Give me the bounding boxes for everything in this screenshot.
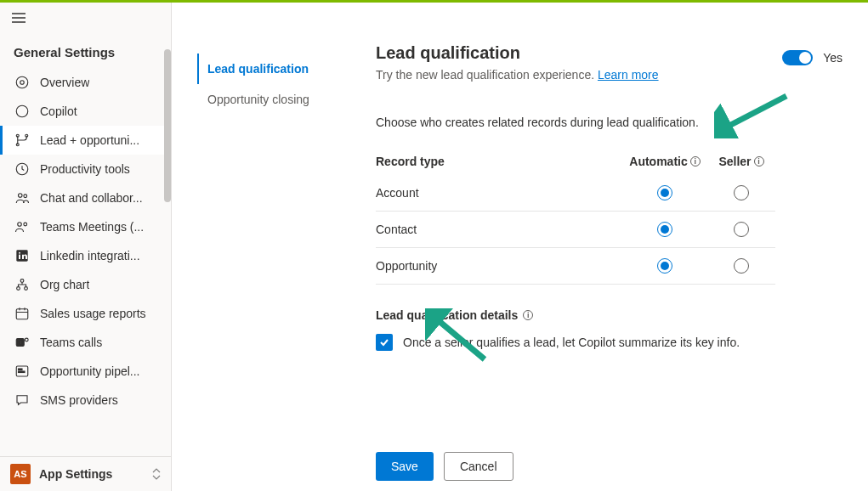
svg-point-17: [20, 279, 24, 283]
info-icon[interactable]: i: [523, 310, 533, 320]
app-settings-switcher[interactable]: AS App Settings: [0, 456, 171, 491]
linkedin-icon: [14, 248, 30, 263]
svg-text:T: T: [19, 339, 22, 345]
svg-rect-20: [16, 309, 28, 319]
nav-label: Teams calls: [40, 336, 102, 349]
row-label: Contact: [376, 223, 622, 236]
svg-point-23: [25, 338, 28, 341]
col-seller: Selleri: [707, 155, 775, 168]
sidebar-nav: Overview Copilot Lead + opportuni... Pro…: [0, 68, 171, 456]
subnav-lead-qualification[interactable]: Lead qualification: [197, 54, 350, 84]
svg-point-16: [19, 252, 20, 254]
nav-org-chart[interactable]: Org chart: [0, 270, 171, 299]
calendar-icon: [14, 306, 30, 321]
radio-account-auto[interactable]: [657, 185, 672, 200]
subtitle-text: Try the new lead qualification experienc…: [376, 68, 598, 82]
org-icon: [14, 277, 30, 292]
hamburger-icon[interactable]: [0, 3, 171, 35]
main-content: Lead qualification Try the new lead qual…: [359, 3, 868, 491]
radio-contact-auto[interactable]: [657, 222, 672, 237]
toggle-label: Yes: [823, 51, 842, 65]
nav-sales-reports[interactable]: Sales usage reports: [0, 299, 171, 328]
nav-label: Productivity tools: [40, 162, 130, 176]
subnav: Lead qualification Opportunity closing: [172, 3, 359, 491]
checkbox-label: Once a seller qualifies a lead, let Copi…: [403, 336, 740, 349]
nav-linkedin[interactable]: Linkedin integrati...: [0, 241, 171, 270]
radio-contact-seller[interactable]: [734, 222, 749, 237]
app-settings-badge: AS: [10, 464, 31, 484]
row-label: Account: [376, 186, 622, 200]
svg-point-5: [16, 105, 28, 117]
svg-point-18: [17, 287, 20, 291]
copilot-summary-checkbox[interactable]: [376, 334, 393, 351]
branch-icon: [14, 133, 30, 148]
row-contact: Contact: [376, 212, 775, 248]
nav-sms[interactable]: SMS providers: [0, 386, 171, 415]
radio-opportunity-auto[interactable]: [657, 258, 672, 274]
nav-lead-opportunity[interactable]: Lead + opportuni...: [0, 126, 171, 155]
row-opportunity: Opportunity: [376, 248, 775, 285]
page-title: Lead qualification: [376, 43, 659, 63]
sidebar: General Settings Overview Copilot Lead +…: [0, 3, 172, 491]
sidebar-scrollbar[interactable]: [164, 49, 171, 202]
nav-teams-calls[interactable]: T Teams calls: [0, 328, 171, 357]
app-settings-label: App Settings: [39, 467, 144, 481]
nav-overview[interactable]: Overview: [0, 68, 171, 97]
subnav-label: Opportunity closing: [207, 93, 309, 106]
record-type-table: Record type Automatici Selleri Account C…: [376, 148, 775, 285]
nav-chat-collab[interactable]: Chat and collabor...: [0, 183, 171, 212]
svg-point-19: [25, 287, 28, 291]
svg-rect-26: [19, 371, 26, 373]
nav-label: Chat and collabor...: [40, 191, 143, 205]
svg-point-11: [24, 195, 27, 198]
clock-icon: [14, 161, 30, 177]
chat-icon: [14, 392, 30, 408]
nav-opportunity-pipeline[interactable]: Opportunity pipel...: [0, 357, 171, 386]
row-label: Opportunity: [376, 259, 622, 273]
sidebar-title: General Settings: [0, 35, 171, 68]
copilot-icon: [14, 104, 30, 119]
eye-icon: [14, 75, 30, 90]
svg-point-12: [18, 223, 22, 227]
nav-label: Copilot: [40, 104, 77, 118]
nav-copilot[interactable]: Copilot: [0, 97, 171, 126]
subnav-opportunity-closing[interactable]: Opportunity closing: [197, 84, 350, 115]
experience-toggle[interactable]: [782, 50, 813, 65]
row-account: Account: [376, 175, 775, 212]
learn-more-link[interactable]: Learn more: [598, 68, 659, 82]
people-icon: [14, 190, 30, 206]
svg-rect-15: [19, 255, 20, 259]
col-record-type: Record type: [376, 155, 622, 168]
save-button[interactable]: Save: [376, 452, 434, 481]
nav-productivity[interactable]: Productivity tools: [0, 155, 171, 183]
nav-label: Sales usage reports: [40, 307, 146, 320]
page-subtitle: Try the new lead qualification experienc…: [376, 68, 659, 82]
svg-point-10: [19, 194, 23, 198]
svg-point-3: [16, 76, 28, 88]
pipeline-icon: [14, 364, 30, 379]
nav-label: Lead + opportuni...: [40, 133, 139, 147]
nav-teams-meetings[interactable]: Teams Meetings (...: [0, 212, 171, 241]
nav-label: Opportunity pipel...: [40, 364, 140, 378]
radio-opportunity-seller[interactable]: [734, 258, 749, 274]
details-section-title: Lead qualification details i: [376, 308, 842, 322]
nav-label: Teams Meetings (...: [40, 220, 144, 234]
nav-label: Org chart: [40, 278, 89, 291]
subnav-label: Lead qualification: [207, 62, 309, 76]
cancel-button[interactable]: Cancel: [444, 452, 513, 481]
info-icon[interactable]: i: [690, 156, 701, 166]
teams-logo-icon: T: [14, 335, 30, 350]
info-icon[interactable]: i: [754, 156, 764, 166]
nav-label: SMS providers: [40, 393, 118, 407]
nav-label: Overview: [40, 76, 89, 89]
section-intro: Choose who creates related records durin…: [376, 116, 842, 129]
svg-point-13: [24, 223, 27, 226]
teams-icon: [14, 219, 30, 234]
nav-label: Linkedin integrati...: [40, 249, 140, 262]
radio-account-seller[interactable]: [734, 185, 749, 200]
col-automatic: Automatici: [622, 155, 707, 168]
svg-point-4: [20, 81, 25, 85]
chevron-updown-icon: [152, 468, 161, 480]
svg-rect-25: [19, 369, 23, 370]
